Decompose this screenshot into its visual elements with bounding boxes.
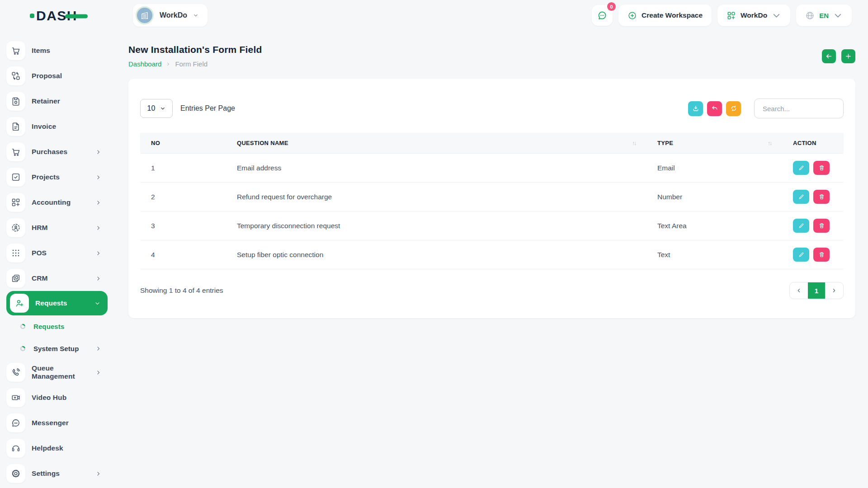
sidebar-item-invoice[interactable]: Invoice — [6, 114, 108, 139]
entries-per-page-label: Entries Per Page — [180, 104, 235, 113]
trash-icon — [818, 164, 825, 171]
app-menu-button[interactable]: WorkDo — [717, 5, 790, 26]
sidebar-item-label: Accounting — [32, 198, 71, 206]
column-header-question-name[interactable]: QUESTION NAME↑↓ — [226, 133, 646, 154]
undo-button[interactable] — [707, 101, 722, 116]
cell-actions — [782, 183, 844, 211]
sidebar-item-items[interactable]: Items — [6, 38, 108, 63]
sidebar-item-pos[interactable]: POS — [6, 240, 108, 266]
create-workspace-button[interactable]: Create Workspace — [618, 5, 712, 26]
edit-button[interactable] — [793, 248, 809, 262]
sidebar-item-purchases[interactable]: Purchases — [6, 139, 108, 164]
page-actions — [822, 49, 855, 63]
cell-no: 4 — [140, 240, 226, 269]
main-content: New Installation's Form Field Dashboard … — [108, 31, 868, 488]
sidebar-item-label: Proposal — [32, 72, 62, 80]
sidebar-item-crm[interactable]: CRM — [6, 266, 108, 291]
cell-type: Email — [646, 154, 782, 183]
messages-button[interactable]: 0 — [592, 5, 613, 26]
language-label: EN — [819, 12, 829, 19]
chevron-right-icon — [95, 250, 101, 256]
pencil-icon — [798, 164, 805, 171]
chevron-right-icon — [831, 288, 837, 293]
add-form-field-button[interactable] — [841, 49, 855, 63]
sidebar-item-proposal[interactable]: Proposal — [6, 63, 108, 89]
refresh-button[interactable] — [726, 101, 741, 116]
pagination-prev-button[interactable] — [790, 282, 808, 299]
globe-icon — [805, 11, 815, 20]
user-plus-icon — [10, 294, 29, 313]
cell-question-name: Temporary disconnection request — [226, 211, 646, 240]
messenger-icon — [6, 413, 25, 432]
cell-type: Text — [646, 240, 782, 269]
breadcrumb-dashboard-link[interactable]: Dashboard — [128, 60, 161, 68]
sidebar-item-helpdesk[interactable]: Helpdesk — [6, 436, 108, 461]
dash-logo-graphic: DASH — [30, 6, 90, 24]
pagination-page-1[interactable]: 1 — [808, 282, 825, 299]
column-header-no[interactable]: NO — [140, 133, 226, 154]
sidebar-item-accounting[interactable]: Accounting — [6, 190, 108, 215]
app-menu-label: WorkDo — [741, 11, 767, 19]
pencil-icon — [798, 251, 805, 258]
chevron-right-icon — [166, 62, 170, 66]
chevron-right-icon — [95, 174, 101, 180]
workspace-name: WorkDo — [160, 11, 187, 19]
cart-icon — [6, 142, 25, 161]
grid-plus-icon — [726, 11, 736, 20]
refresh-icon — [730, 105, 737, 112]
sort-icon[interactable]: ↑↓ — [632, 140, 636, 146]
headset-icon — [6, 439, 25, 458]
sidebar-item-label: Items — [32, 47, 50, 55]
sidebar-item-projects[interactable]: Projects — [6, 164, 108, 190]
card-footer: Showing 1 to 4 of 4 entries 1 — [140, 282, 844, 299]
dash-logo[interactable]: DASH — [30, 6, 90, 24]
edit-button[interactable] — [793, 219, 809, 233]
workspace-selector[interactable]: WorkDo — [133, 4, 208, 27]
pencil-icon — [798, 193, 805, 200]
edit-button[interactable] — [793, 161, 809, 175]
phone-icon — [6, 363, 25, 382]
sidebar-item-label: System Setup — [33, 345, 79, 352]
search-input[interactable] — [754, 99, 844, 118]
bullet-icon — [19, 323, 27, 330]
delete-button[interactable] — [813, 190, 830, 204]
plus-circle-icon — [627, 11, 637, 20]
messages-badge: 0 — [607, 2, 616, 11]
chevron-right-icon — [95, 471, 101, 477]
trash-icon — [818, 193, 825, 200]
sidebar-subitem-system-setup[interactable]: System Setup — [6, 338, 108, 360]
sidebar-item-messenger[interactable]: Messenger — [6, 410, 108, 436]
cell-type: Number — [646, 183, 782, 211]
cart-icon — [6, 41, 25, 60]
cell-actions — [782, 154, 844, 183]
edit-button[interactable] — [793, 190, 809, 204]
form-fields-table: NO QUESTION NAME↑↓ TYPE↑↓ ACTION 1Email … — [140, 133, 844, 269]
sidebar-item-requests[interactable]: Requests — [6, 291, 108, 315]
invoice-icon — [6, 117, 25, 136]
language-selector[interactable]: EN — [796, 5, 852, 26]
sidebar-item-queue-management[interactable]: Queue Management — [6, 360, 108, 385]
entries-per-page: 10 Entries Per Page — [140, 99, 235, 118]
sidebar-item-settings[interactable]: Settings — [6, 461, 108, 486]
export-button[interactable] — [688, 101, 703, 116]
breadcrumb-current: Form Field — [175, 60, 208, 68]
column-header-type[interactable]: TYPE↑↓ — [646, 133, 782, 154]
page-title: New Installation's Form Field — [128, 44, 262, 55]
sidebar-item-label: Queue Management — [32, 364, 95, 380]
delete-button[interactable] — [813, 161, 830, 175]
sidebar-item-retainer[interactable]: Retainer — [6, 89, 108, 114]
pagination-next-button[interactable] — [825, 282, 843, 299]
delete-button[interactable] — [813, 248, 830, 262]
sidebar-item-hrm[interactable]: HRM — [6, 215, 108, 240]
video-icon — [6, 388, 25, 407]
column-header-action: ACTION — [782, 133, 844, 154]
sort-icon[interactable]: ↑↓ — [768, 140, 771, 146]
topbar-actions: 0 Create Workspace WorkDo EN — [592, 5, 852, 26]
pagination: 1 — [789, 282, 844, 299]
sidebar-item-video-hub[interactable]: Video Hub — [6, 385, 108, 410]
grid-plus-icon — [6, 193, 25, 212]
entries-per-page-select[interactable]: 10 — [140, 99, 173, 118]
delete-button[interactable] — [813, 219, 830, 233]
back-button[interactable] — [822, 49, 836, 63]
sidebar-subitem-requests[interactable]: Requests — [6, 315, 108, 338]
